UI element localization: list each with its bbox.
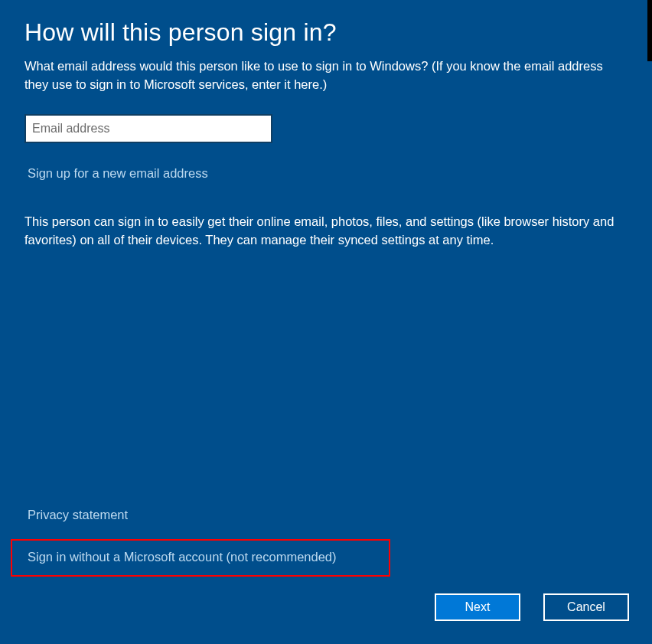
dialog-content: How will this person sign in? What email… — [0, 0, 652, 250]
dialog-heading: How will this person sign in? — [24, 18, 628, 47]
signup-new-email-link[interactable]: Sign up for a new email address — [28, 166, 208, 181]
privacy-statement-link[interactable]: Privacy statement — [28, 508, 128, 522]
cancel-button[interactable]: Cancel — [543, 593, 629, 621]
next-button[interactable]: Next — [435, 593, 520, 621]
sync-info-text: This person can sign in to easily get th… — [24, 213, 628, 250]
dialog-button-row: Next Cancel — [435, 593, 629, 621]
bottom-links: Privacy statement Sign in without a Micr… — [28, 508, 390, 577]
sign-in-without-account-link[interactable]: Sign in without a Microsoft account (not… — [18, 550, 337, 564]
dialog-subtext: What email address would this person lik… — [24, 57, 628, 94]
email-input[interactable] — [24, 114, 272, 143]
highlight-box: Sign in without a Microsoft account (not… — [11, 539, 390, 577]
window-scrollbar-edge — [647, 0, 652, 61]
